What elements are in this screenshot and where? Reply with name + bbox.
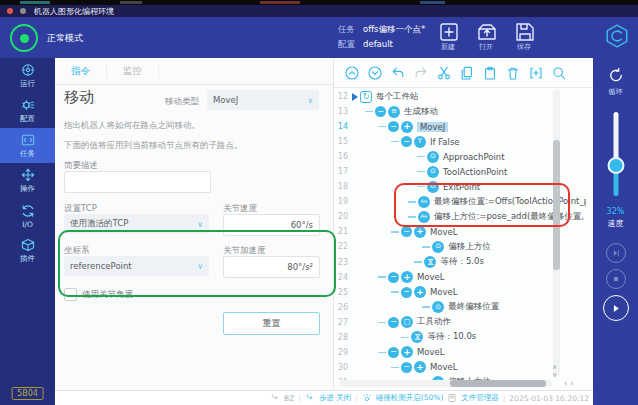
bz-label: BZ — [284, 394, 294, 403]
tree-row-21[interactable]: 21−+MoveL — [334, 224, 586, 239]
step-mode-icon[interactable] — [305, 393, 315, 403]
cut-button[interactable] — [436, 65, 452, 81]
loop-mode-button[interactable]: 循环 — [606, 66, 625, 97]
page-title: 移动 — [64, 88, 94, 107]
speed-slider-track[interactable] — [613, 112, 618, 196]
tree-row-24[interactable]: 24−+MoveL — [334, 270, 586, 285]
joint-speed-input[interactable]: 60°/s — [223, 214, 320, 236]
reset-button[interactable]: 重置 — [223, 312, 320, 335]
tree-connector — [408, 216, 416, 217]
tree-row-13[interactable]: 13−≡生成移动 — [334, 104, 586, 119]
window-close-button[interactable] — [7, 8, 13, 14]
stop-button[interactable] — [606, 269, 626, 289]
line-number: 19 — [334, 197, 348, 206]
horizontal-scrollbar[interactable] — [340, 380, 552, 387]
collapse-all-button[interactable] — [344, 65, 360, 81]
scroll-down-icon[interactable]: ∨ — [552, 372, 557, 379]
保存-action-button[interactable]: 保存 — [514, 21, 534, 52]
description-line-2: 下面的值将应用到当前移动节点所有的子路点。 — [64, 140, 243, 152]
run-icon — [20, 62, 36, 78]
line-number: 28 — [334, 333, 348, 342]
collision-icon[interactable] — [362, 393, 372, 403]
tree-row-26[interactable]: 26⊙最终偏移位置 — [334, 300, 586, 315]
window-minimize-button[interactable] — [20, 8, 26, 14]
scroll-up-icon[interactable]: ∧ — [552, 364, 557, 371]
vertical-scrollbar[interactable] — [553, 90, 560, 376]
line-number: 30 — [334, 363, 348, 372]
scroll-left-right-icons[interactable]: ‹› — [564, 379, 576, 388]
sidebar-item-操作[interactable]: 操作 — [0, 163, 55, 198]
line-number: 29 — [334, 348, 348, 357]
horizontal-scrollbar-thumb[interactable] — [450, 380, 546, 387]
tree-connector — [378, 322, 386, 323]
vertical-scrollbar-thumb[interactable] — [553, 140, 560, 270]
bz-icon[interactable] — [270, 393, 280, 403]
brief-input[interactable] — [64, 171, 211, 193]
sidebar-item-插件[interactable]: 插件 — [0, 233, 55, 268]
stop-icon — [610, 273, 622, 285]
joint-accel-input[interactable]: 80°/s² — [223, 256, 320, 278]
tree-node-label: 生成移动 — [404, 106, 438, 118]
tree-node-label: MoveL — [430, 362, 458, 372]
redo-button[interactable] — [413, 65, 429, 81]
panel-collapse-handle[interactable]: ‹ — [577, 210, 581, 221]
search-button[interactable] — [551, 65, 567, 81]
collapse-node-icon[interactable]: − — [401, 226, 412, 237]
tree-row-28[interactable]: 28⋈等待：10.0s — [334, 330, 586, 345]
collapse-node-icon[interactable]: − — [375, 106, 386, 117]
tree-row-27[interactable]: 27−□工具动作 — [334, 315, 586, 330]
tree-row-12[interactable]: 12↻每个工件站 — [334, 89, 586, 104]
tab-监控[interactable]: 监控 — [107, 63, 159, 79]
collapse-node-icon[interactable]: − — [388, 121, 399, 132]
collapse-node-icon[interactable]: − — [401, 287, 412, 298]
file-manager-icon[interactable] — [447, 393, 457, 403]
play-button[interactable] — [603, 295, 629, 321]
speed-slider-handle[interactable] — [607, 157, 624, 174]
use-joint-angle-row: 使用关节角度 — [64, 288, 133, 301]
description-line-1: 指出机器人将如何在路点之间移动。 — [64, 120, 200, 132]
line-number: 25 — [334, 288, 348, 297]
undo-button[interactable] — [390, 65, 406, 81]
tree-row-16[interactable]: 16⊙ApproachPoint — [334, 149, 586, 164]
window-title: 机器人图形化编程环境 — [34, 6, 114, 17]
collapse-node-icon[interactable]: − — [388, 317, 399, 328]
line-number: 21 — [334, 227, 348, 236]
copy-button[interactable] — [459, 65, 475, 81]
tab-指令[interactable]: 指令 — [55, 63, 107, 79]
paste-button[interactable] — [482, 65, 498, 81]
move-type-select[interactable]: MoveJ∨ — [207, 90, 319, 110]
tree-row-30[interactable]: 30−+MoveL — [334, 360, 586, 375]
status-bar: BZ | 步进 关闭 | 碰撞检测开启(50%) 文件管理器 | 2025-01… — [55, 390, 593, 405]
tree-row-19[interactable]: 19A=最终偏移位置:=Offs(ToolActionPoint_p,0,0,d… — [334, 194, 586, 209]
task-config-info: 任务offs偏移一个点* 配置default — [338, 22, 425, 52]
新建-action-button[interactable]: 新建 — [438, 21, 458, 52]
tcp-select[interactable]: 使用激活的TCP∨ — [64, 214, 209, 234]
tree-row-18[interactable]: 18⊙ExitPoint — [334, 179, 586, 194]
collapse-node-icon[interactable]: − — [401, 362, 412, 373]
collapse-node-icon[interactable]: − — [388, 272, 399, 283]
tree-row-22[interactable]: 22⊙偏移上方位 — [334, 239, 586, 254]
collapse-node-icon[interactable]: − — [388, 347, 399, 358]
tree-row-17[interactable]: 17⊙ToolActionPoint — [334, 164, 586, 179]
sidebar-item-配置[interactable]: 配置 — [0, 93, 55, 128]
use-joint-angle-checkbox[interactable] — [64, 288, 77, 301]
tree-row-20[interactable]: 20A=偏移上方位:=pose_add(最终偏移位置, [0,0,0. — [334, 209, 586, 224]
step-button[interactable] — [606, 243, 626, 263]
sidebar-item-I/O[interactable]: I/O — [0, 198, 55, 233]
frame-select[interactable]: referencePoint∨ — [64, 256, 209, 276]
expand-all-button[interactable] — [367, 65, 383, 81]
delete-button[interactable] — [505, 65, 521, 81]
insert-button[interactable] — [528, 65, 544, 81]
tree-row-23[interactable]: 23⋈等待：5.0s — [334, 255, 586, 270]
sidebar-item-任务[interactable]: 任务 — [0, 128, 55, 163]
collapse-node-icon[interactable]: − — [401, 136, 412, 147]
collision-status[interactable]: 碰撞检测开启(50%) — [376, 393, 444, 403]
打开-action-button[interactable]: 打开 — [476, 21, 496, 52]
tree-row-14[interactable]: 14−+MoveJ — [334, 119, 586, 134]
tree-row-25[interactable]: 25−+MoveL — [334, 285, 586, 300]
tree-row-15[interactable]: 15−YIf False — [334, 134, 586, 149]
file-manager-link[interactable]: 文件管理器 — [461, 393, 499, 403]
sidebar-item-运行[interactable]: 运行 — [0, 58, 55, 93]
step-mode-status[interactable]: 步进 关闭 — [319, 393, 351, 403]
tree-row-29[interactable]: 29−+MoveL — [334, 345, 586, 360]
